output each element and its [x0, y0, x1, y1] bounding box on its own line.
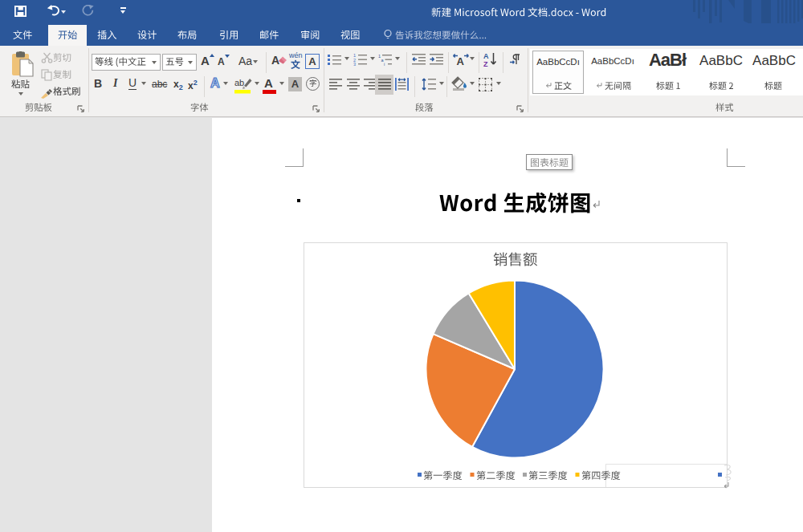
svg-text:A: A [483, 52, 489, 60]
svg-text:Z: Z [483, 60, 488, 67]
svg-text:A: A [457, 55, 465, 67]
svg-text:3: 3 [353, 62, 356, 66]
svg-text:ab: ab [234, 78, 244, 87]
svg-text:i: i [384, 62, 385, 66]
